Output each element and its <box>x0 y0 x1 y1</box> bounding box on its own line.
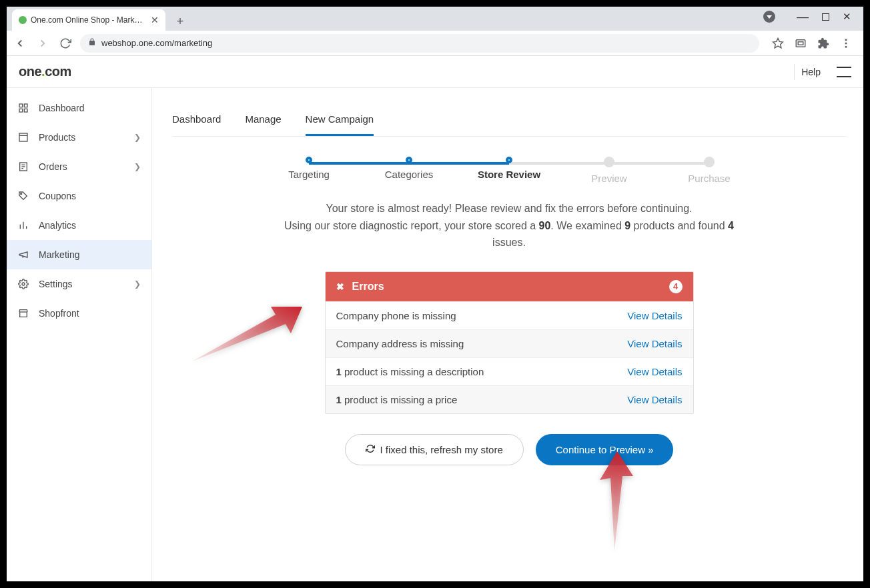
sidebar-item-settings[interactable]: Settings ❯ <box>7 269 151 299</box>
logo[interactable]: one.com <box>19 64 71 79</box>
intro-text: Your store is almost ready! Please revie… <box>269 200 749 251</box>
sidebar-item-coupons[interactable]: Coupons <box>7 181 151 211</box>
sidebar-item-orders[interactable]: Orders ❯ <box>7 152 151 181</box>
sidebar: Dashboard Products ❯ Orders ❯ <box>7 88 152 581</box>
error-row: Company phone is missing View Details <box>326 301 693 329</box>
annotation-arrow <box>582 448 649 557</box>
sidebar-item-marketing[interactable]: Marketing <box>7 240 151 269</box>
refresh-icon <box>366 444 375 455</box>
error-x-icon: ✖ <box>336 281 344 292</box>
view-details-link[interactable]: View Details <box>627 366 682 377</box>
step-preview: Preview <box>559 157 659 184</box>
svg-rect-8 <box>19 109 23 112</box>
sidebar-item-shopfront[interactable]: Shopfront <box>7 299 151 328</box>
settings-icon <box>17 278 29 290</box>
view-details-link[interactable]: View Details <box>627 310 682 321</box>
svg-rect-6 <box>19 104 23 107</box>
tab-new-campaign[interactable]: New Campaign <box>306 108 374 136</box>
error-row: 1 product is missing a price View Detail… <box>326 385 693 413</box>
svg-rect-1 <box>796 39 805 47</box>
orders-icon <box>17 161 29 173</box>
view-details-link[interactable]: View Details <box>627 394 682 405</box>
sidebar-item-dashboard[interactable]: Dashboard <box>7 93 151 123</box>
browser-toolbar: webshop.one.com/marketing <box>7 31 863 56</box>
svg-rect-10 <box>19 133 27 141</box>
help-link[interactable]: Help <box>794 64 827 80</box>
maximize-button[interactable] <box>822 13 829 21</box>
step-store-review[interactable]: Store Review <box>459 157 559 180</box>
view-details-link[interactable]: View Details <box>627 338 682 349</box>
error-row: 1 product is missing a description View … <box>326 357 693 385</box>
menu-icon[interactable] <box>839 37 853 50</box>
app-header: one.com Help <box>7 56 863 88</box>
tab-dashboard[interactable]: Dashboard <box>172 108 221 136</box>
forward-button[interactable] <box>35 35 51 51</box>
lock-icon <box>88 38 96 48</box>
error-row: Company address is missing View Details <box>326 329 693 357</box>
favicon-icon <box>19 16 27 24</box>
svg-marker-0 <box>773 38 783 47</box>
svg-point-15 <box>21 193 22 195</box>
error-count-badge: 4 <box>669 280 683 293</box>
svg-point-4 <box>845 42 847 44</box>
page-tabs: Dashboard Manage New Campaign <box>172 108 846 137</box>
products-icon <box>17 131 29 143</box>
analytics-icon <box>17 219 29 231</box>
main-content: Dashboard Manage New Campaign Targeting <box>152 88 863 581</box>
address-bar[interactable]: webshop.one.com/marketing <box>80 34 759 53</box>
chevron-right-icon: ❯ <box>134 133 141 142</box>
action-buttons: I fixed this, refresh my store Continue … <box>172 434 846 465</box>
back-button[interactable] <box>12 35 28 51</box>
star-icon[interactable] <box>771 37 785 50</box>
tab-title: One.com Online Shop - Marketin <box>31 15 147 25</box>
browser-tab[interactable]: One.com Online Shop - Marketin ✕ <box>12 9 165 31</box>
cast-icon[interactable] <box>794 37 807 50</box>
reload-button[interactable] <box>57 35 73 51</box>
refresh-button[interactable]: I fixed this, refresh my store <box>345 434 524 465</box>
annotation-arrow <box>185 295 306 371</box>
marketing-icon <box>17 249 29 261</box>
errors-header[interactable]: ✖ Errors 4 <box>326 272 693 301</box>
hamburger-icon[interactable] <box>837 67 851 77</box>
sidebar-item-products[interactable]: Products ❯ <box>7 123 151 152</box>
browser-tab-bar: One.com Online Shop - Marketin ✕ + — ✕ <box>7 7 863 31</box>
url-text: webshop.one.com/marketing <box>101 38 212 48</box>
svg-point-19 <box>22 283 25 285</box>
step-categories[interactable]: Categories <box>359 157 459 180</box>
close-tab-icon[interactable]: ✕ <box>151 15 159 25</box>
new-tab-button[interactable]: + <box>171 12 189 31</box>
tab-manage[interactable]: Manage <box>245 108 281 136</box>
svg-point-5 <box>845 45 847 47</box>
window-controls: — ✕ <box>751 7 863 27</box>
errors-panel: ✖ Errors 4 Company phone is missing View… <box>325 271 694 414</box>
dashboard-icon <box>17 102 29 114</box>
account-icon[interactable] <box>763 11 775 23</box>
close-window-button[interactable]: ✕ <box>843 11 851 23</box>
shopfront-icon <box>17 307 29 319</box>
sidebar-item-analytics[interactable]: Analytics <box>7 211 151 240</box>
step-purchase: Purchase <box>659 157 759 184</box>
coupons-icon <box>17 190 29 202</box>
step-targeting[interactable]: Targeting <box>259 157 359 180</box>
stepper: Targeting Categories Store Review <box>172 157 846 184</box>
svg-rect-9 <box>24 109 27 112</box>
svg-rect-2 <box>798 41 803 45</box>
chevron-right-icon: ❯ <box>134 279 141 289</box>
extensions-icon[interactable] <box>817 37 830 50</box>
minimize-button[interactable]: — <box>797 10 809 24</box>
svg-rect-7 <box>24 104 27 107</box>
chevron-right-icon: ❯ <box>134 162 141 171</box>
svg-point-3 <box>845 39 847 41</box>
